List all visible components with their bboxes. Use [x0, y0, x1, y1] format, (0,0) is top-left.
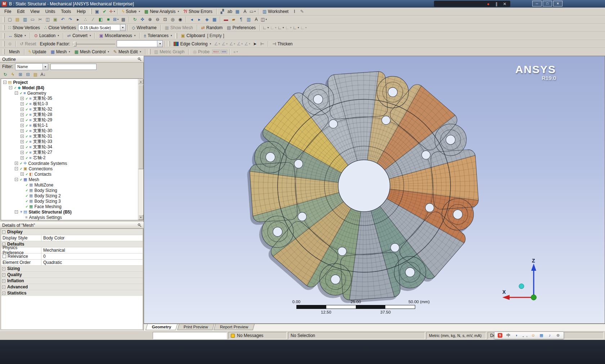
chevron-down-icon[interactable]: ▼	[120, 24, 125, 31]
convert-button[interactable]: ⇌ Convert ▾	[65, 32, 93, 39]
tree-item[interactable]: +✓■支重轮-27	[1, 150, 143, 155]
toolbox-icon[interactable]: ⊛	[555, 332, 561, 338]
details-section-inflation[interactable]: +Inflation	[1, 278, 143, 284]
minimize-button[interactable]: ─	[532, 1, 542, 6]
clipboard-button[interactable]: ▣ Clipboard	[179, 32, 207, 39]
label-icon[interactable]: ▰	[230, 16, 237, 23]
collapse-icon[interactable]: −	[9, 86, 12, 89]
tree-item[interactable]: +✓■支重轮-29	[1, 117, 143, 123]
tree-item[interactable]: +✓■板轮1-3	[1, 101, 143, 107]
tree-item[interactable]: ≡Analysis Settings	[1, 215, 143, 220]
close-vertices-button[interactable]: ∴ Close Vertices	[42, 24, 78, 31]
named-selections-folder-icon[interactable]: ▤	[32, 71, 39, 78]
section-plane-icon[interactable]: ▞	[219, 8, 226, 15]
triad-y-sphere[interactable]	[519, 284, 524, 289]
viewport-layout-icon[interactable]: ▭▾	[249, 8, 256, 15]
recorder-pause-icon[interactable]: ∥	[494, 1, 499, 6]
scroll-down-arrow[interactable]: ▼	[138, 215, 143, 220]
tree-item[interactable]: +✓■芯轴-2	[1, 155, 143, 161]
sort-az-icon[interactable]: A↓	[40, 71, 46, 78]
edge-select-icon[interactable]: ∕	[90, 16, 97, 23]
toolbar-grip[interactable]	[3, 49, 5, 54]
expand-icon[interactable]: +	[21, 156, 24, 159]
cut-icon[interactable]: ✂	[37, 16, 44, 23]
parameter-checkbox[interactable]	[3, 255, 6, 258]
tree-item[interactable]: −▤Project	[1, 80, 143, 85]
mic-icon[interactable]: ♪	[547, 332, 552, 338]
outline-pane-header[interactable]: Outline	[0, 56, 144, 63]
tab-report-preview[interactable]: Report Preview	[214, 324, 255, 330]
tree-item[interactable]: +✓■支重轮-32	[1, 107, 143, 112]
pin-icon[interactable]	[138, 223, 142, 227]
details-section-quality[interactable]: +Quality	[1, 272, 143, 278]
undo-icon[interactable]: ↶	[59, 16, 66, 23]
collapse-icon[interactable]: −	[15, 167, 18, 170]
tree-item[interactable]: +✓■支重轮-31	[1, 134, 143, 139]
tree-item[interactable]: +✓■板轮1-1	[1, 123, 143, 128]
direction-marker-icon[interactable]: ➤	[251, 40, 258, 47]
slider-track[interactable]	[73, 44, 115, 44]
iso-view-icon[interactable]: ◈	[203, 16, 210, 23]
expand-icon[interactable]: +	[21, 140, 24, 143]
toolbar-grip[interactable]	[3, 17, 5, 22]
tree-item[interactable]: +✓■支重轮-34	[1, 144, 143, 150]
redo-icon[interactable]: ↷	[67, 16, 74, 23]
collapse-icon[interactable]: −	[15, 91, 18, 95]
copy-icon[interactable]: ◫	[44, 16, 51, 23]
box-zoom-icon[interactable]: ⊡	[162, 16, 169, 23]
zoom-fit-icon[interactable]: ◎	[169, 16, 176, 23]
select-pointer-icon[interactable]: ▸	[75, 16, 81, 23]
scroll-up-arrow[interactable]: ▲	[138, 79, 143, 84]
expand-icon[interactable]: +	[2, 279, 5, 283]
emoji-icon[interactable]: ☺	[530, 332, 536, 338]
tree-item[interactable]: +✓◧Contacts	[1, 171, 143, 177]
edge-option-icon-5[interactable]: ∟▾	[292, 24, 299, 31]
mesh-menu-button[interactable]: ▦ Mesh ▾	[48, 48, 72, 55]
new-file-icon[interactable]: ▢	[6, 16, 13, 23]
paste-icon[interactable]: ▣	[52, 16, 59, 23]
expand-icon[interactable]: +	[21, 151, 24, 154]
annotation-icon[interactable]: ab	[227, 8, 233, 15]
tab-print-preview[interactable]: Print Preview	[177, 324, 214, 330]
details-section-advanced[interactable]: +Advanced	[1, 284, 143, 290]
chinese-mode-icon[interactable]: 中	[506, 332, 511, 338]
expand-icon[interactable]: +	[21, 108, 24, 111]
show-vertices-button[interactable]: ∷ Show Vertices	[6, 24, 42, 31]
details-pane-header[interactable]: Details of "Mesh"	[0, 222, 144, 229]
worksheet-button[interactable]: ▥ Worksheet	[260, 8, 291, 15]
mesh-edit-button[interactable]: ✎ Mesh Edit ▾	[111, 48, 143, 55]
image-capture-icon[interactable]: ▦	[234, 8, 241, 15]
expand-icon[interactable]: +	[21, 145, 24, 149]
expand-icon[interactable]: +	[21, 97, 24, 100]
magnifier-icon[interactable]: ◉	[177, 16, 184, 23]
filter-type-combo[interactable]: Name ▼	[15, 63, 48, 70]
miscellaneous-button[interactable]: ▣ Miscellaneous ▾	[97, 32, 138, 39]
tree-item[interactable]: ✓▦Face Meshing	[1, 204, 143, 209]
chevron-down-icon[interactable]: ▼	[42, 64, 48, 70]
details-value[interactable]: Quadratic	[41, 260, 143, 265]
ruler-icon[interactable]: ▬	[223, 16, 229, 23]
tree-item[interactable]: −✓■Geometry	[1, 90, 143, 96]
text-annotation-icon[interactable]: A	[253, 16, 260, 23]
select-all-icon[interactable]: ▩	[120, 16, 127, 23]
body-select-icon[interactable]: ■	[105, 16, 112, 23]
size-button[interactable]: ↔ Size ▾	[6, 32, 28, 39]
filter-input[interactable]	[50, 64, 97, 70]
collapse-icon[interactable]: −	[15, 178, 18, 181]
previous-view-icon[interactable]: ◂	[188, 16, 195, 23]
details-section-statistics[interactable]: +Statistics	[1, 290, 143, 296]
fullhalf-width-icon[interactable]: ◗	[514, 332, 519, 338]
tree-item[interactable]: +✓■支重轮-28	[1, 112, 143, 117]
sogou-logo-icon[interactable]: S	[497, 332, 503, 338]
punctuation-icon[interactable]: 。,	[522, 332, 528, 338]
tag-icon[interactable]: ✎	[299, 8, 305, 15]
triad-origin-sphere[interactable]	[531, 295, 537, 300]
look-at-face-icon[interactable]: ▦	[211, 16, 218, 23]
edge-coloring-button[interactable]: Edge Coloring ▾	[171, 40, 213, 48]
mesh-control-button[interactable]: ▦ Mesh Control ▾	[72, 48, 111, 55]
tree-item[interactable]: −?▤Static Structural (B5)	[1, 209, 143, 215]
toolbar-grip[interactable]	[3, 25, 5, 30]
skin-palette-icon[interactable]: ▦	[539, 332, 544, 338]
vertex-select-icon[interactable]: ∴	[82, 16, 89, 23]
expand-icon[interactable]: +	[21, 102, 24, 105]
